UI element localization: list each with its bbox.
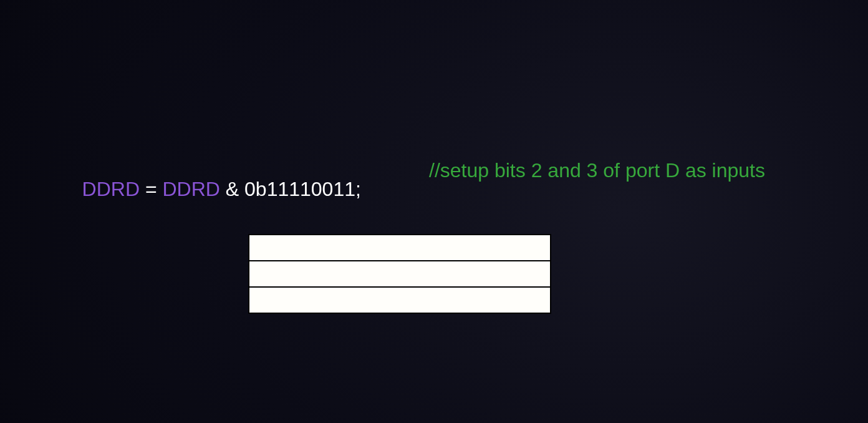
lhs-identifier: DDRD — [82, 178, 140, 200]
illustration-table — [248, 234, 551, 314]
operator-and-literal: & 0b11110011; — [220, 178, 361, 200]
empty-table — [248, 234, 551, 314]
slide-canvas: DDRD = DDRD & 0b11110011; //setup bits 2… — [0, 0, 868, 423]
rhs-identifier: DDRD — [162, 178, 219, 200]
code-statement: DDRD = DDRD & 0b11110011; — [60, 159, 361, 219]
table-row — [249, 287, 551, 313]
table-row — [249, 261, 551, 287]
code-comment: //setup bits 2 and 3 of port D as inputs — [429, 159, 765, 182]
table-row — [249, 235, 551, 261]
table-cell — [249, 287, 551, 313]
table-cell — [249, 235, 551, 261]
equals-text: = — [140, 178, 162, 200]
table-cell — [249, 261, 551, 287]
